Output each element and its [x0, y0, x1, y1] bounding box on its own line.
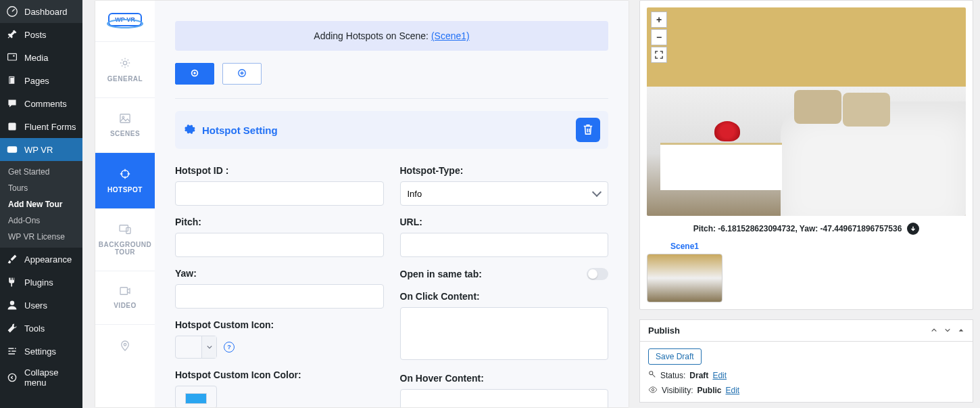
menu-label: Pages: [24, 76, 49, 86]
form-icon: [5, 120, 19, 133]
on-hover-textarea[interactable]: [400, 389, 609, 407]
menu-dashboard[interactable]: Dashboard: [0, 0, 82, 23]
panorama-preview[interactable]: + −: [647, 7, 966, 216]
on-click-label: On Click Content:: [400, 291, 609, 302]
admin-sidebar: Dashboard Posts Media Pages Comments Flu…: [0, 0, 82, 408]
gear-icon: [119, 57, 131, 71]
color-picker[interactable]: [175, 386, 217, 407]
tab-scenes[interactable]: SCENES: [95, 98, 155, 153]
delete-hotspot-button[interactable]: [576, 118, 600, 142]
svg-rect-5: [8, 122, 16, 130]
url-input[interactable]: [400, 233, 609, 257]
vertical-tabs: WP VR GENERAL SCENES HOTSPOT BACKGROUND …: [95, 1, 155, 407]
pin-icon: [5, 28, 19, 41]
menu-users[interactable]: Users: [0, 294, 82, 317]
pitch-label: Pitch:: [175, 217, 384, 227]
zoom-out-button[interactable]: −: [651, 29, 667, 45]
scene-thumbnails: Scene1: [647, 242, 966, 302]
svg-point-17: [124, 344, 126, 346]
yaw-input[interactable]: [175, 284, 384, 309]
tab-hotspot[interactable]: HOTSPOT: [95, 153, 155, 209]
image-icon: [119, 113, 131, 126]
edit-status-link[interactable]: Edit: [712, 371, 727, 380]
decor-pillow: [794, 90, 841, 124]
user-icon: [5, 298, 19, 312]
banner-scene-link[interactable]: (Scene1): [431, 30, 470, 41]
gear-icon: [183, 123, 195, 137]
divider: [175, 98, 608, 99]
menu-label: Dashboard: [24, 7, 68, 17]
submenu-add-new-tour[interactable]: Add New Tour: [0, 196, 82, 212]
menu-collapse[interactable]: Collapse menu: [0, 363, 82, 392]
tab-background-tour[interactable]: BACKGROUND TOUR: [95, 209, 155, 271]
pitch-yaw-text: Pitch: -6.181528623094732, Yaw: -47.4496…: [693, 224, 902, 233]
svg-rect-16: [120, 288, 128, 295]
brush-icon: [5, 252, 19, 266]
trash-icon: [583, 123, 593, 137]
menu-label: Posts: [24, 30, 47, 40]
tab-video[interactable]: VIDEO: [95, 271, 155, 325]
submenu-addons[interactable]: Add-Ons: [0, 212, 82, 229]
svg-point-22: [652, 388, 654, 390]
menu-tools[interactable]: Tools: [0, 317, 82, 340]
menu-fluent-forms[interactable]: Fluent Forms: [0, 115, 82, 138]
tab-general[interactable]: GENERAL: [95, 42, 155, 98]
editor-panel: WP VR GENERAL SCENES HOTSPOT BACKGROUND …: [95, 0, 629, 408]
save-draft-button[interactable]: Save Draft: [648, 348, 702, 365]
menu-label: Settings: [24, 346, 56, 357]
info-icon[interactable]: ?: [224, 342, 235, 353]
vr-icon: [5, 143, 19, 156]
chevron-down-icon: [201, 336, 216, 358]
visibility-label: Visibility:: [662, 386, 693, 395]
plug-icon: [5, 275, 19, 289]
status-value: Draft: [689, 371, 708, 380]
menu-label: Comments: [24, 99, 67, 109]
menu-comments[interactable]: Comments: [0, 92, 82, 115]
target-icon: [119, 168, 131, 182]
media-icon: [5, 51, 19, 64]
hotspot-type-label: Hotspot-Type:: [400, 165, 609, 176]
menu-label: WP VR: [24, 145, 53, 155]
arrow-down-icon[interactable]: [907, 223, 919, 235]
submenu-tours[interactable]: Tours: [0, 180, 82, 196]
svg-rect-4: [10, 78, 14, 83]
yaw-label: Yaw:: [175, 268, 384, 279]
on-click-textarea[interactable]: [400, 307, 609, 360]
chevron-up-icon[interactable]: [931, 325, 937, 336]
current-hotspot-button[interactable]: [175, 63, 214, 85]
chevron-down-icon[interactable]: [944, 325, 951, 336]
menu-settings[interactable]: Settings: [0, 340, 82, 363]
open-same-tab-toggle[interactable]: [587, 268, 608, 280]
tab-more[interactable]: [95, 325, 155, 369]
video-icon: [119, 286, 131, 298]
scene-thumbnail[interactable]: [647, 254, 722, 302]
edit-visibility-link[interactable]: Edit: [725, 386, 739, 395]
eye-icon: [648, 386, 658, 395]
fullscreen-button[interactable]: [651, 47, 667, 63]
menu-label: Media: [24, 53, 48, 63]
collapse-icon: [5, 371, 19, 384]
menu-media[interactable]: Media: [0, 46, 82, 69]
menu-pages[interactable]: Pages: [0, 69, 82, 92]
svg-rect-1: [8, 53, 17, 60]
hotspot-id-input[interactable]: [175, 181, 384, 206]
menu-appearance[interactable]: Appearance: [0, 248, 82, 271]
menu-wpvr[interactable]: WP VR: [0, 138, 82, 161]
svg-rect-11: [120, 114, 130, 122]
tab-label: BACKGROUND TOUR: [99, 241, 151, 256]
page-icon: [5, 74, 19, 87]
menu-plugins[interactable]: Plugins: [0, 271, 82, 294]
icon-picker[interactable]: [175, 336, 217, 359]
submenu-get-started[interactable]: Get Started: [0, 164, 82, 180]
hotspot-type-select[interactable]: Info: [400, 181, 609, 206]
add-hotspot-button[interactable]: [222, 63, 262, 85]
menu-posts[interactable]: Posts: [0, 23, 82, 46]
caret-up-icon[interactable]: [958, 325, 964, 336]
zoom-in-button[interactable]: +: [651, 12, 667, 28]
menu-label: Plugins: [24, 277, 53, 288]
dot-icon: [190, 68, 199, 80]
color-swatch: [185, 393, 207, 404]
submenu-license[interactable]: WP VR License: [0, 229, 82, 245]
pitch-input[interactable]: [175, 233, 384, 257]
custom-icon-label: Hotspot Custom Icon:: [175, 319, 384, 330]
